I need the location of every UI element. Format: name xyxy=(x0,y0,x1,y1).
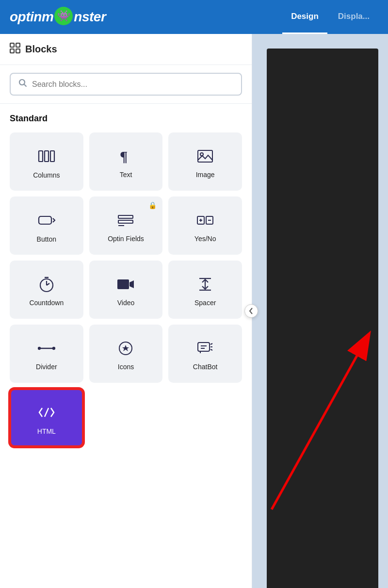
blocks-panel-icon xyxy=(10,43,20,56)
logo-monster-icon: 👾 xyxy=(54,7,73,25)
svg-point-11 xyxy=(200,153,203,156)
svg-rect-7 xyxy=(45,151,48,162)
video-icon xyxy=(117,276,134,293)
panel-title: Blocks xyxy=(25,44,57,55)
logo-text-part2: nster xyxy=(74,9,106,25)
svg-rect-13 xyxy=(118,215,133,218)
block-spacer[interactable]: Spacer xyxy=(168,261,242,319)
block-video-label: Video xyxy=(117,299,135,307)
optin-fields-icon xyxy=(117,212,134,229)
icons-icon xyxy=(117,340,134,357)
divider-icon xyxy=(38,340,55,357)
text-icon: ¶ xyxy=(117,147,134,165)
block-optin-fields[interactable]: 🔒 Optin Fields xyxy=(89,196,163,255)
svg-point-4 xyxy=(19,80,25,85)
tab-design[interactable]: Design xyxy=(282,0,327,34)
button-icon xyxy=(37,211,56,229)
collapse-panel-button[interactable] xyxy=(244,304,258,318)
blocks-section: Standard Columns xyxy=(0,104,252,588)
block-optin-fields-label: Optin Fields xyxy=(108,235,144,243)
block-html[interactable]: HTML xyxy=(10,389,83,447)
block-image-label: Image xyxy=(196,171,215,179)
spacer-icon xyxy=(196,276,214,293)
svg-line-37 xyxy=(210,343,212,344)
block-yes-no-label: Yes/No xyxy=(194,235,216,243)
svg-line-5 xyxy=(24,84,27,87)
block-columns-label: Columns xyxy=(33,171,60,179)
blocks-grid: Columns ¶ Text xyxy=(10,132,242,457)
svg-rect-2 xyxy=(10,49,14,53)
block-icons[interactable]: Icons xyxy=(89,325,163,383)
block-icons-label: Icons xyxy=(118,363,134,371)
header-tabs: Design Displa... xyxy=(282,0,378,34)
block-countdown-label: Countdown xyxy=(29,299,64,307)
image-icon xyxy=(196,147,214,165)
block-html-label: HTML xyxy=(37,427,56,435)
svg-line-40 xyxy=(45,408,48,417)
svg-rect-3 xyxy=(16,49,20,53)
svg-marker-26 xyxy=(129,280,134,288)
svg-rect-12 xyxy=(39,216,51,224)
block-video[interactable]: Video xyxy=(89,261,163,319)
block-countdown[interactable]: Countdown xyxy=(10,261,83,319)
left-panel: Blocks Standard xyxy=(0,34,252,588)
yes-no-icon xyxy=(196,212,214,229)
app-header: optinm 👾 nster Design Displa... xyxy=(0,0,388,34)
block-spacer-label: Spacer xyxy=(194,299,216,307)
lock-icon: 🔒 xyxy=(148,201,157,209)
logo-text-part1: optinm xyxy=(10,9,53,25)
block-yes-no[interactable]: Yes/No xyxy=(168,196,242,255)
block-button-label: Button xyxy=(37,235,56,243)
svg-rect-0 xyxy=(10,43,14,47)
block-image[interactable]: Image xyxy=(168,132,242,191)
svg-point-31 xyxy=(38,347,40,349)
html-icon xyxy=(37,403,56,422)
svg-line-39 xyxy=(210,349,212,350)
block-divider[interactable]: Divider xyxy=(10,325,83,383)
countdown-icon xyxy=(38,276,55,293)
svg-point-32 xyxy=(53,347,55,349)
svg-rect-34 xyxy=(198,343,210,351)
chatbot-icon xyxy=(196,340,214,357)
block-chatbot[interactable]: ChatBot xyxy=(168,325,242,383)
block-divider-label: Divider xyxy=(36,363,57,371)
section-standard-title: Standard xyxy=(10,114,242,124)
svg-rect-14 xyxy=(118,220,133,223)
search-container xyxy=(0,65,252,104)
svg-rect-6 xyxy=(39,151,43,162)
logo: optinm 👾 nster xyxy=(10,8,106,26)
block-columns[interactable]: Columns xyxy=(10,132,83,191)
svg-rect-10 xyxy=(198,150,212,162)
block-text-label: Text xyxy=(120,171,132,179)
canvas-area xyxy=(267,49,378,588)
columns-icon xyxy=(37,147,56,165)
panel-header: Blocks xyxy=(0,34,252,65)
svg-text:¶: ¶ xyxy=(120,148,128,164)
block-text[interactable]: ¶ Text xyxy=(89,132,163,191)
main-layout: Blocks Standard xyxy=(0,34,388,588)
search-box xyxy=(10,73,242,96)
right-panel xyxy=(252,34,388,588)
svg-rect-8 xyxy=(50,151,54,162)
tab-display[interactable]: Displa... xyxy=(329,0,378,34)
block-chatbot-label: ChatBot xyxy=(193,363,218,371)
svg-rect-25 xyxy=(117,279,129,289)
block-button[interactable]: Button xyxy=(10,196,83,255)
search-icon xyxy=(18,79,27,90)
svg-rect-1 xyxy=(16,43,20,47)
search-input[interactable] xyxy=(32,80,233,89)
